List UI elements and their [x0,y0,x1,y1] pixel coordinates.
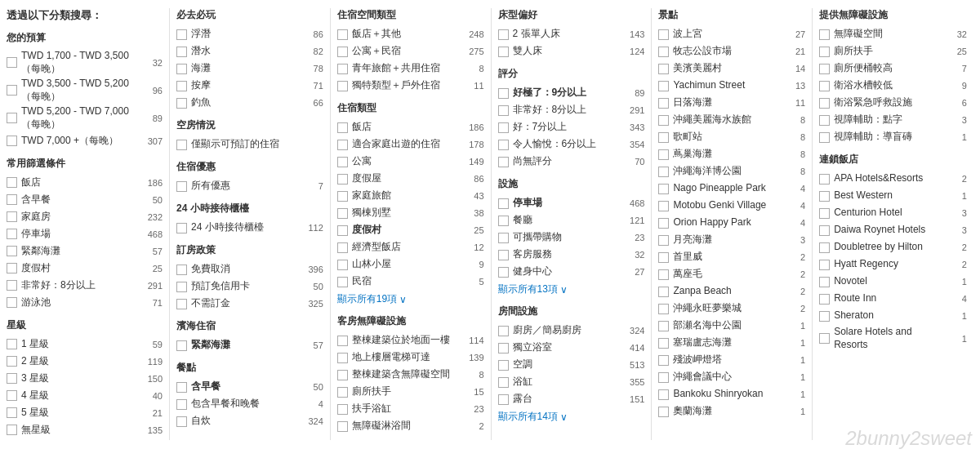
show-more-facilities[interactable]: 顯示所有13項 ∨ [498,282,645,296]
common-checkbox-5[interactable] [7,263,17,273]
must-checkbox-4[interactable] [176,98,187,109]
rating-checkbox-3[interactable] [498,140,509,150]
chain-checkbox-5[interactable] [819,260,830,270]
must-checkbox-3[interactable] [176,81,187,91]
barrier-col6-checkbox-5[interactable] [819,115,830,126]
star-item-0[interactable]: 1 星級59 [7,337,163,352]
barrier-col3-item-2[interactable]: 整棟建築含無障礙空間8 [337,367,484,382]
room-fac-checkbox-0[interactable] [498,326,509,336]
star-item-4[interactable]: 5 星級21 [7,406,163,420]
must-checkbox-1[interactable] [176,47,187,57]
prop-item-2[interactable]: 公寓149 [337,154,484,169]
chain-item-2[interactable]: Centurion Hotel3 [819,206,967,220]
chain-item-0[interactable]: APA Hotels&Resorts2 [819,171,967,186]
landmark-checkbox-13[interactable] [658,252,669,263]
landmark-item-2[interactable]: 美濱美麗村14 [658,61,805,76]
must-checkbox-2[interactable] [176,64,187,74]
prop-item-1[interactable]: 適合家庭出遊的住宿178 [337,137,484,152]
barrier-col6-checkbox-3[interactable] [819,81,830,91]
landmark-item-19[interactable]: 殘波岬燈塔1 [658,353,805,367]
landmark-checkbox-6[interactable] [658,132,669,143]
landmark-checkbox-12[interactable] [658,235,669,246]
rating-checkbox-0[interactable] [498,88,509,99]
landmark-checkbox-5[interactable] [658,115,669,126]
common-item-0[interactable]: 飯店186 [7,176,163,190]
prop-checkbox-1[interactable] [337,140,348,150]
landmark-item-0[interactable]: 波上宮27 [658,27,805,42]
room-fac-item-4[interactable]: 露台151 [498,392,645,407]
budget-checkbox-0[interactable] [7,57,17,68]
fac-item-0[interactable]: 停車場468 [498,196,645,211]
checkin-item-0[interactable]: 24 小時接待櫃檯112 [176,220,323,235]
star-checkbox-4[interactable] [7,407,17,418]
landmark-item-21[interactable]: Bankoku Shinryokan1 [658,387,805,402]
landmark-item-7[interactable]: 蔦巢海灘8 [658,147,805,162]
landmark-item-3[interactable]: Yachimun Street13 [658,78,805,93]
room-fac-item-2[interactable]: 空調513 [498,358,645,372]
chain-checkbox-8[interactable] [819,311,830,322]
room-fac-checkbox-2[interactable] [498,360,509,371]
prop-checkbox-5[interactable] [337,208,348,219]
landmark-checkbox-21[interactable] [658,389,669,400]
landmark-checkbox-0[interactable] [658,29,669,40]
landmark-item-10[interactable]: Motobu Genki Village4 [658,198,805,213]
landmark-checkbox-8[interactable] [658,167,669,177]
bed-checkbox-1[interactable] [498,47,509,57]
chain-checkbox-3[interactable] [819,225,830,236]
chain-item-7[interactable]: Route Inn4 [819,291,967,306]
star-checkbox-5[interactable] [7,425,17,435]
barrier-col6-checkbox-6[interactable] [819,132,830,143]
chain-checkbox-9[interactable] [819,333,830,344]
landmark-checkbox-2[interactable] [658,64,669,74]
type-item-2[interactable]: 青年旅館＋共用住宿8 [337,61,484,76]
barrier-col6-item-5[interactable]: 視障輔助：點字3 [819,113,967,127]
common-item-2[interactable]: 家庭房232 [7,210,163,225]
landmark-item-5[interactable]: 沖繩美麗海水族館8 [658,113,805,127]
landmark-item-20[interactable]: 沖繩會議中心1 [658,370,805,385]
barrier-col6-checkbox-0[interactable] [819,29,830,40]
prop-item-0[interactable]: 飯店186 [337,120,484,135]
landmark-checkbox-18[interactable] [658,338,669,349]
landmark-checkbox-20[interactable] [658,372,669,383]
common-item-5[interactable]: 度假村25 [7,261,163,276]
landmark-item-11[interactable]: Orion Happy Park4 [658,216,805,230]
barrier-col6-item-4[interactable]: 衛浴緊急呼救設施6 [819,96,967,110]
fac-checkbox-1[interactable] [498,216,509,226]
barrier-col3-checkbox-2[interactable] [337,370,348,380]
barrier-col3-checkbox-3[interactable] [337,387,348,398]
star-item-1[interactable]: 2 星級119 [7,354,163,369]
landmark-checkbox-17[interactable] [658,321,669,331]
barrier-col6-item-6[interactable]: 視障輔助：導盲磚1 [819,130,967,145]
landmark-checkbox-19[interactable] [658,355,669,366]
meal-checkbox-0[interactable] [176,382,187,393]
meal-item-2[interactable]: 自炊324 [176,414,323,429]
prop-item-3[interactable]: 度假屋86 [337,171,484,186]
landmark-checkbox-15[interactable] [658,287,669,297]
prop-checkbox-0[interactable] [337,122,348,133]
chain-checkbox-4[interactable] [819,242,830,253]
must-item-0[interactable]: 浮潛86 [176,27,323,42]
common-checkbox-1[interactable] [7,194,17,205]
prop-item-4[interactable]: 家庭旅館43 [337,189,484,203]
barrier-col3-item-5[interactable]: 無障礙淋浴間2 [337,419,484,434]
rating-checkbox-4[interactable] [498,157,509,167]
barrier-col3-checkbox-0[interactable] [337,336,348,346]
prop-item-8[interactable]: 山林小屋9 [337,257,484,272]
chain-item-4[interactable]: Doubletree by Hilton2 [819,240,967,255]
budget-item-2[interactable]: TWD 5,200 - TWD 7,000（每晚）89 [7,105,163,131]
type-item-1[interactable]: 公寓＋民宿275 [337,44,484,59]
budget-checkbox-2[interactable] [7,113,17,123]
rating-item-3[interactable]: 令人愉悅：6分以上354 [498,137,645,152]
fac-checkbox-3[interactable] [498,250,509,260]
policy-item-1[interactable]: 預訂免信用卡50 [176,279,323,294]
fac-checkbox-0[interactable] [498,198,509,209]
landmark-checkbox-4[interactable] [658,98,669,109]
prop-checkbox-4[interactable] [337,191,348,202]
common-checkbox-3[interactable] [7,229,17,239]
landmark-item-12[interactable]: 月亮海灘3 [658,233,805,247]
rating-item-4[interactable]: 尚無評分70 [498,154,645,169]
barrier-col6-item-1[interactable]: 廁所扶手25 [819,44,967,59]
landmark-item-1[interactable]: 牧志公設市場21 [658,44,805,59]
landmark-item-13[interactable]: 首里威2 [658,250,805,265]
landmark-checkbox-3[interactable] [658,81,669,91]
